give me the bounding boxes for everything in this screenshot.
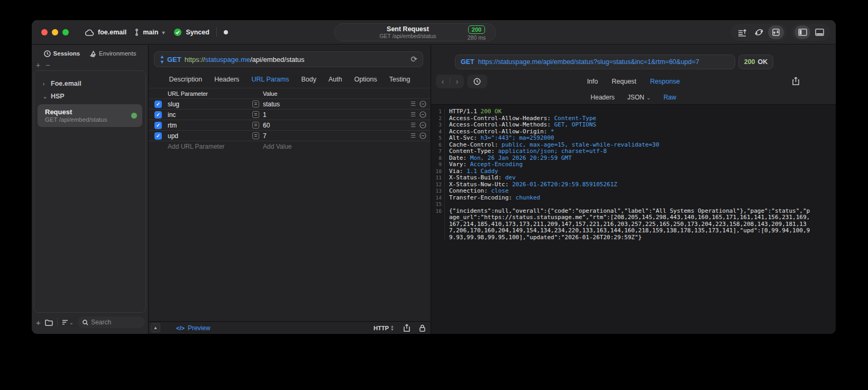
request-url[interactable]: https://statuspage.me/api/embed/status xyxy=(185,56,305,64)
param-name-input[interactable]: inc xyxy=(168,111,252,119)
import-export-button[interactable] xyxy=(734,25,750,39)
tab-url-params[interactable]: URL Params xyxy=(251,76,289,83)
search-placeholder: Search xyxy=(91,319,111,326)
app-window: foe.email main ▾ Synced Sent Request GET… xyxy=(32,20,836,334)
param-value-input[interactable]: status xyxy=(263,101,410,108)
synced-check-icon xyxy=(173,28,182,37)
new-folder-icon[interactable] xyxy=(45,319,53,326)
export-response-button[interactable] xyxy=(785,74,806,88)
add-param-value-placeholder[interactable]: Add Value xyxy=(263,143,431,150)
add-item-button[interactable]: + xyxy=(36,318,41,327)
response-url: https://statuspage.me/api/embed/status?s… xyxy=(478,58,699,66)
history-nav-group: ‹ › xyxy=(436,75,464,88)
tree-group-hsp[interactable]: ⌄ HSP xyxy=(38,90,142,103)
sync-status[interactable]: Synced xyxy=(186,29,209,36)
response-raw-view[interactable]: 1HTTP/1.1 200 OK2Access-Control-Allow-He… xyxy=(431,105,836,334)
param-options-icon[interactable]: ☰ xyxy=(410,101,416,107)
subtab-headers[interactable]: Headers xyxy=(591,94,615,101)
param-name-input[interactable]: upd xyxy=(168,132,252,140)
tree-group-label: HSP xyxy=(51,93,65,100)
toggle-sidebar-button[interactable] xyxy=(794,25,810,39)
tab-environments[interactable]: Environments xyxy=(89,50,136,57)
remove-param-icon[interactable] xyxy=(419,132,426,139)
request-list-item[interactable]: Request GET /api/embed/status xyxy=(38,104,142,127)
tab-response[interactable]: Response xyxy=(650,78,680,85)
url-params-table: URL Parameter Value ✓slug=status☰✓inc=1☰… xyxy=(149,88,431,321)
status-code-badge: 200 xyxy=(468,25,485,34)
tab-body[interactable]: Body xyxy=(301,76,316,83)
zoom-window-button[interactable] xyxy=(62,29,69,35)
request-item-subtitle: GET /api/embed/status xyxy=(45,116,131,123)
add-param-name-placeholder[interactable]: Add URL Parameter xyxy=(168,143,252,150)
subtab-json[interactable]: JSON ⌄ xyxy=(627,94,651,101)
back-button[interactable]: ‹ xyxy=(436,77,450,86)
param-options-icon[interactable]: ☰ xyxy=(410,122,416,129)
param-row-inc[interactable]: ✓inc=1☰ xyxy=(149,109,431,120)
param-options-icon[interactable]: ☰ xyxy=(410,111,416,118)
remove-param-icon[interactable] xyxy=(419,122,426,129)
minimize-window-button[interactable] xyxy=(52,29,58,35)
param-value-input[interactable]: 7 xyxy=(263,132,410,140)
remove-session-button[interactable]: − xyxy=(45,62,50,70)
param-name-input[interactable]: rtm xyxy=(168,122,252,129)
tab-request[interactable]: Request xyxy=(612,78,637,85)
toggle-bottom-panel-button[interactable] xyxy=(811,25,827,39)
response-url-bar[interactable]: GET https://statuspage.me/api/embed/stat… xyxy=(455,55,735,69)
branch-chevron-down-icon[interactable]: ▾ xyxy=(162,30,165,35)
remove-param-icon[interactable] xyxy=(419,111,426,118)
tree-group-foe-email[interactable]: › Foe.email xyxy=(38,77,142,90)
param-checkbox[interactable]: ✓ xyxy=(154,122,162,129)
request-editor-footer: ▲ </> Preview HTTP ▲▼ xyxy=(149,321,431,334)
param-row-slug[interactable]: ✓slug=status☰ xyxy=(149,98,431,109)
param-value-input[interactable]: 60 xyxy=(263,122,410,129)
protocol-stepper-icon: ▲▼ xyxy=(390,325,394,331)
remove-param-icon[interactable] xyxy=(419,101,426,107)
forward-button[interactable]: › xyxy=(450,77,464,86)
param-checkbox[interactable]: ✓ xyxy=(154,111,162,119)
preview-button[interactable]: </> Preview xyxy=(176,324,211,332)
tab-description[interactable]: Description xyxy=(169,76,203,83)
protocol-selector[interactable]: HTTP ▲▼ xyxy=(373,325,394,331)
response-pane: GET https://statuspage.me/api/embed/stat… xyxy=(431,45,836,334)
request-status-dot xyxy=(131,113,137,119)
equals-icon: = xyxy=(252,111,259,118)
tab-testing[interactable]: Testing xyxy=(389,76,410,83)
add-session-button[interactable]: + xyxy=(36,62,40,70)
tab-options[interactable]: Options xyxy=(354,76,377,83)
close-window-button[interactable] xyxy=(41,29,48,35)
search-input[interactable]: Search xyxy=(78,316,145,328)
sort-list-icon[interactable]: ⌄ xyxy=(62,320,74,325)
param-row-upd[interactable]: ✓upd=7☰ xyxy=(149,130,431,141)
branch-name[interactable]: main xyxy=(143,29,158,36)
url-path: /api/embed/status xyxy=(250,56,305,64)
param-row-rtm[interactable]: ✓rtm=60☰ xyxy=(149,120,431,130)
workspace-name[interactable]: foe.email xyxy=(98,29,126,36)
request-method[interactable]: GET xyxy=(167,56,181,64)
resend-request-icon[interactable]: ⟳ xyxy=(410,55,417,64)
request-url-bar[interactable]: ▲▼ GET https://statuspage.me/api/embed/s… xyxy=(154,51,423,67)
merge-branch-button[interactable] xyxy=(751,25,767,39)
share-request-icon[interactable] xyxy=(404,324,410,332)
tab-sessions[interactable]: Sessions xyxy=(44,50,80,57)
history-button[interactable] xyxy=(467,75,487,88)
param-checkbox[interactable]: ✓ xyxy=(154,101,162,108)
response-nav: ‹ › Info Request Response xyxy=(431,72,836,90)
add-param-row[interactable]: Add URL Parameter Add Value xyxy=(149,141,431,151)
method-stepper-icon[interactable]: ▲▼ xyxy=(160,54,164,65)
param-value-input[interactable]: 1 xyxy=(263,111,410,119)
subtab-raw[interactable]: Raw xyxy=(663,94,676,101)
sent-request-status-bar[interactable]: Sent Request GET /api/embed/status 200 2… xyxy=(334,23,496,41)
param-checkbox[interactable]: ✓ xyxy=(154,132,162,140)
response-status-code: 200 xyxy=(744,58,755,66)
tab-headers[interactable]: Headers xyxy=(214,76,239,83)
param-options-icon[interactable]: ☰ xyxy=(410,132,416,139)
lock-icon[interactable] xyxy=(419,324,425,332)
tree-group-label: Foe.email xyxy=(51,80,81,87)
sync-requests-button[interactable] xyxy=(768,25,784,39)
subtab-json-label: JSON xyxy=(627,94,644,101)
collapse-panel-button[interactable]: ▲ xyxy=(151,323,160,332)
window-controls xyxy=(41,29,69,35)
tab-info[interactable]: Info xyxy=(587,78,598,85)
tab-auth[interactable]: Auth xyxy=(328,76,342,83)
param-name-input[interactable]: slug xyxy=(168,101,252,108)
